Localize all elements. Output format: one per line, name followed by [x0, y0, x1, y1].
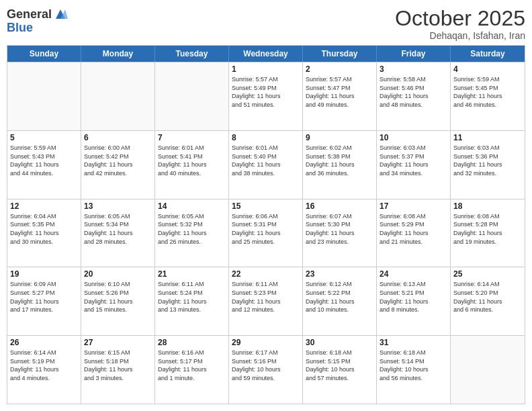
logo-blue: Blue	[7, 21, 68, 34]
day-info: Sunrise: 6:16 AM Sunset: 5:17 PM Dayligh…	[158, 349, 226, 382]
header-wednesday: Wednesday	[229, 46, 303, 62]
month-title: October 2025	[395, 7, 525, 30]
calendar-day-23: 23Sunrise: 6:12 AM Sunset: 5:22 PM Dayli…	[303, 267, 377, 335]
calendar-empty-cell	[451, 336, 525, 404]
day-number: 17	[380, 201, 447, 211]
day-number: 31	[380, 338, 447, 347]
calendar-week-5: 26Sunrise: 6:14 AM Sunset: 5:19 PM Dayli…	[7, 335, 525, 404]
logo-icon	[53, 7, 68, 21]
calendar-day-4: 4Sunrise: 5:59 AM Sunset: 5:45 PM Daylig…	[451, 62, 525, 130]
day-info: Sunrise: 6:12 AM Sunset: 5:22 PM Dayligh…	[306, 280, 373, 314]
calendar-day-11: 11Sunrise: 6:03 AM Sunset: 5:36 PM Dayli…	[451, 131, 525, 199]
day-info: Sunrise: 5:59 AM Sunset: 5:45 PM Dayligh…	[453, 75, 522, 109]
day-info: Sunrise: 6:13 AM Sunset: 5:21 PM Dayligh…	[380, 280, 447, 314]
day-info: Sunrise: 6:05 AM Sunset: 5:34 PM Dayligh…	[84, 212, 152, 246]
calendar: Sunday Monday Tuesday Wednesday Thursday…	[7, 45, 525, 404]
day-number: 11	[453, 133, 522, 142]
calendar-day-31: 31Sunrise: 6:18 AM Sunset: 5:14 PM Dayli…	[377, 336, 451, 404]
day-info: Sunrise: 6:01 AM Sunset: 5:41 PM Dayligh…	[158, 144, 226, 177]
day-number: 8	[232, 133, 300, 142]
calendar-day-6: 6Sunrise: 6:00 AM Sunset: 5:42 PM Daylig…	[81, 131, 155, 199]
day-info: Sunrise: 6:08 AM Sunset: 5:28 PM Dayligh…	[453, 212, 522, 246]
day-number: 19	[10, 269, 78, 279]
day-info: Sunrise: 6:15 AM Sunset: 5:18 PM Dayligh…	[84, 349, 152, 382]
calendar-day-22: 22Sunrise: 6:11 AM Sunset: 5:23 PM Dayli…	[229, 267, 303, 335]
day-info: Sunrise: 6:00 AM Sunset: 5:42 PM Dayligh…	[84, 144, 152, 177]
calendar-week-1: 1Sunrise: 5:57 AM Sunset: 5:49 PM Daylig…	[7, 62, 525, 130]
day-info: Sunrise: 6:08 AM Sunset: 5:29 PM Dayligh…	[380, 212, 447, 246]
day-info: Sunrise: 5:57 AM Sunset: 5:49 PM Dayligh…	[232, 75, 300, 109]
day-number: 18	[453, 201, 522, 211]
day-info: Sunrise: 5:59 AM Sunset: 5:43 PM Dayligh…	[10, 144, 78, 177]
calendar-day-30: 30Sunrise: 6:18 AM Sunset: 5:15 PM Dayli…	[303, 336, 377, 404]
header-saturday: Saturday	[451, 46, 525, 62]
calendar-day-5: 5Sunrise: 5:59 AM Sunset: 5:43 PM Daylig…	[7, 131, 81, 199]
calendar-week-2: 5Sunrise: 5:59 AM Sunset: 5:43 PM Daylig…	[7, 130, 525, 199]
day-info: Sunrise: 6:18 AM Sunset: 5:15 PM Dayligh…	[306, 349, 373, 382]
calendar-day-27: 27Sunrise: 6:15 AM Sunset: 5:18 PM Dayli…	[81, 336, 155, 404]
calendar-day-28: 28Sunrise: 6:16 AM Sunset: 5:17 PM Dayli…	[155, 336, 229, 404]
day-info: Sunrise: 6:04 AM Sunset: 5:35 PM Dayligh…	[10, 212, 78, 246]
day-info: Sunrise: 5:58 AM Sunset: 5:46 PM Dayligh…	[380, 75, 447, 109]
calendar-day-13: 13Sunrise: 6:05 AM Sunset: 5:34 PM Dayli…	[81, 199, 155, 267]
calendar-day-17: 17Sunrise: 6:08 AM Sunset: 5:29 PM Dayli…	[377, 199, 451, 267]
calendar-day-16: 16Sunrise: 6:07 AM Sunset: 5:30 PM Dayli…	[303, 199, 377, 267]
logo: General Blue	[7, 7, 68, 34]
day-number: 20	[84, 269, 152, 279]
day-info: Sunrise: 6:02 AM Sunset: 5:38 PM Dayligh…	[306, 144, 373, 177]
location-title: Dehaqan, Isfahan, Iran	[395, 30, 525, 41]
day-info: Sunrise: 6:03 AM Sunset: 5:36 PM Dayligh…	[453, 144, 522, 177]
day-number: 21	[158, 269, 226, 279]
day-info: Sunrise: 6:03 AM Sunset: 5:37 PM Dayligh…	[380, 144, 447, 177]
header-friday: Friday	[377, 46, 451, 62]
day-info: Sunrise: 6:18 AM Sunset: 5:14 PM Dayligh…	[380, 349, 447, 382]
day-number: 13	[84, 201, 152, 211]
day-number: 24	[380, 269, 447, 279]
day-number: 7	[158, 133, 226, 142]
day-info: Sunrise: 6:05 AM Sunset: 5:32 PM Dayligh…	[158, 212, 226, 246]
calendar-day-21: 21Sunrise: 6:11 AM Sunset: 5:24 PM Dayli…	[155, 267, 229, 335]
day-number: 9	[306, 133, 373, 142]
calendar-day-10: 10Sunrise: 6:03 AM Sunset: 5:37 PM Dayli…	[377, 131, 451, 199]
day-info: Sunrise: 6:17 AM Sunset: 5:16 PM Dayligh…	[232, 349, 300, 382]
day-number: 25	[453, 269, 522, 279]
calendar-day-15: 15Sunrise: 6:06 AM Sunset: 5:31 PM Dayli…	[229, 199, 303, 267]
calendar-week-4: 19Sunrise: 6:09 AM Sunset: 5:27 PM Dayli…	[7, 267, 525, 335]
header-tuesday: Tuesday	[155, 46, 229, 62]
header-monday: Monday	[81, 46, 155, 62]
calendar-empty-cell	[7, 62, 81, 130]
day-info: Sunrise: 6:09 AM Sunset: 5:27 PM Dayligh…	[10, 280, 78, 314]
calendar-header: Sunday Monday Tuesday Wednesday Thursday…	[7, 46, 525, 62]
calendar-body: 1Sunrise: 5:57 AM Sunset: 5:49 PM Daylig…	[7, 62, 525, 404]
calendar-day-29: 29Sunrise: 6:17 AM Sunset: 5:16 PM Dayli…	[229, 336, 303, 404]
header: General Blue October 2025 Dehaqan, Isfah…	[7, 7, 525, 41]
day-number: 6	[84, 133, 152, 142]
header-sunday: Sunday	[7, 46, 81, 62]
day-number: 29	[232, 338, 300, 347]
day-number: 12	[10, 201, 78, 211]
day-number: 15	[232, 201, 300, 211]
calendar-day-9: 9Sunrise: 6:02 AM Sunset: 5:38 PM Daylig…	[303, 131, 377, 199]
day-info: Sunrise: 6:10 AM Sunset: 5:26 PM Dayligh…	[84, 280, 152, 314]
header-thursday: Thursday	[303, 46, 377, 62]
day-number: 3	[380, 64, 447, 74]
calendar-day-19: 19Sunrise: 6:09 AM Sunset: 5:27 PM Dayli…	[7, 267, 81, 335]
day-info: Sunrise: 6:11 AM Sunset: 5:23 PM Dayligh…	[232, 280, 300, 314]
logo-general: General	[7, 8, 52, 20]
calendar-day-2: 2Sunrise: 5:57 AM Sunset: 5:47 PM Daylig…	[303, 62, 377, 130]
day-number: 2	[306, 64, 373, 74]
calendar-day-18: 18Sunrise: 6:08 AM Sunset: 5:28 PM Dayli…	[451, 199, 525, 267]
calendar-week-3: 12Sunrise: 6:04 AM Sunset: 5:35 PM Dayli…	[7, 199, 525, 267]
day-number: 10	[380, 133, 447, 142]
day-info: Sunrise: 6:14 AM Sunset: 5:19 PM Dayligh…	[10, 349, 78, 382]
calendar-day-7: 7Sunrise: 6:01 AM Sunset: 5:41 PM Daylig…	[155, 131, 229, 199]
day-number: 23	[306, 269, 373, 279]
day-number: 27	[84, 338, 152, 347]
calendar-day-14: 14Sunrise: 6:05 AM Sunset: 5:32 PM Dayli…	[155, 199, 229, 267]
day-info: Sunrise: 6:11 AM Sunset: 5:24 PM Dayligh…	[158, 280, 226, 314]
day-number: 1	[232, 64, 300, 74]
day-info: Sunrise: 6:06 AM Sunset: 5:31 PM Dayligh…	[232, 212, 300, 246]
day-number: 14	[158, 201, 226, 211]
calendar-day-25: 25Sunrise: 6:14 AM Sunset: 5:20 PM Dayli…	[451, 267, 525, 335]
day-number: 26	[10, 338, 78, 347]
